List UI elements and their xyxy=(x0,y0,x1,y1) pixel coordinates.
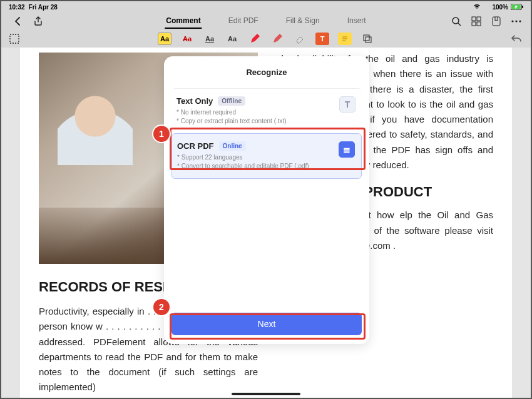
pen-tool-icon[interactable] xyxy=(248,33,262,45)
battery-icon xyxy=(511,4,523,10)
svg-point-11 xyxy=(519,20,521,22)
modal-title: Recognize xyxy=(164,56,369,88)
more-icon[interactable] xyxy=(511,16,522,27)
back-icon[interactable] xyxy=(13,16,24,27)
main-nav-bar: Comment Edit PDF Fill & Sign Insert xyxy=(1,13,531,30)
status-time: 10:32 xyxy=(9,4,25,11)
sticky-note-tool-icon[interactable] xyxy=(338,33,352,45)
text-only-icon: T xyxy=(339,96,356,113)
svg-point-3 xyxy=(453,18,459,24)
svg-rect-5 xyxy=(477,17,481,21)
mode-tabs: Comment Edit PDF Fill & Sign Insert xyxy=(165,14,367,29)
option-text-only-title: Text Only xyxy=(176,96,213,106)
option1-line1: * No internet required xyxy=(176,108,357,117)
highlight-tool[interactable]: Aa xyxy=(158,33,171,45)
option1-line2: * Copy or extract plain text content (.t… xyxy=(176,117,357,126)
offline-badge: Offline xyxy=(218,96,245,106)
svg-rect-8 xyxy=(493,17,500,26)
squiggly-tool[interactable]: Aa xyxy=(225,33,239,45)
wifi-icon xyxy=(473,3,481,11)
comment-toolbar: Aa Aa Aa Aa T xyxy=(1,30,531,48)
status-bar: 10:32 Fri Apr 28 ••• 100% xyxy=(1,1,531,13)
tab-comment[interactable]: Comment xyxy=(165,14,202,29)
underline-tool[interactable]: Aa xyxy=(203,33,217,45)
tab-fill-sign[interactable]: Fill & Sign xyxy=(285,14,321,29)
tab-edit-pdf[interactable]: Edit PDF xyxy=(227,14,260,29)
svg-rect-7 xyxy=(477,22,481,26)
svg-rect-2 xyxy=(522,6,523,8)
share-icon[interactable] xyxy=(33,16,44,27)
home-indicator[interactable] xyxy=(232,393,300,395)
select-area-icon[interactable] xyxy=(9,33,20,44)
moon-icon xyxy=(483,3,489,11)
annotation-box-2 xyxy=(170,313,366,340)
undo-icon[interactable] xyxy=(511,33,522,44)
annotation-marker-2: 2 xyxy=(153,299,170,315)
status-right: 100% xyxy=(473,3,523,11)
search-icon[interactable] xyxy=(451,16,462,27)
strikethrough-tool[interactable]: Aa xyxy=(180,33,194,45)
svg-point-10 xyxy=(515,20,517,22)
tab-insert[interactable]: Insert xyxy=(346,14,367,29)
svg-rect-6 xyxy=(472,22,476,26)
annotation-marker-1: 1 xyxy=(153,126,170,142)
eraser-tool-icon[interactable] xyxy=(293,33,307,45)
recognize-modal: Recognize Text Only Offline * No interne… xyxy=(164,56,369,344)
annotation-box-1 xyxy=(170,128,366,170)
battery-percent: 100% xyxy=(492,4,508,11)
thumbnails-icon[interactable] xyxy=(471,16,482,27)
status-date: Fri Apr 28 xyxy=(29,4,58,11)
textbox-tool[interactable]: T xyxy=(315,33,329,45)
svg-rect-12 xyxy=(10,34,19,43)
svg-point-9 xyxy=(511,20,513,22)
svg-rect-14 xyxy=(364,35,369,41)
svg-rect-15 xyxy=(366,37,371,43)
marker-tool-icon[interactable] xyxy=(270,33,284,45)
svg-rect-4 xyxy=(472,17,476,21)
stamp-tool-icon[interactable] xyxy=(361,33,374,45)
bookmark-icon[interactable] xyxy=(491,16,502,27)
status-left: 10:32 Fri Apr 28 xyxy=(9,4,58,11)
option-text-only[interactable]: Text Only Offline * No internet required… xyxy=(171,88,362,133)
